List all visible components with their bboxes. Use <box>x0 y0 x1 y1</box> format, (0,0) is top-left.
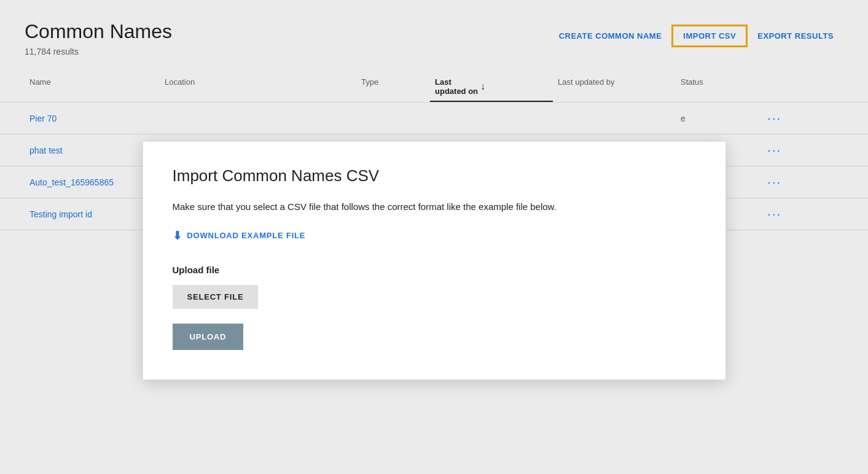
modal-description: Make sure that you select a CSV file tha… <box>173 200 696 214</box>
import-csv-modal: Import Common Names CSV Make sure that y… <box>143 141 726 380</box>
download-example-file-link[interactable]: ⬇ DOWNLOAD EXAMPLE FILE <box>173 229 306 243</box>
page-wrapper: Common Names 11,784 results CREATE COMMO… <box>0 0 868 474</box>
upload-button[interactable]: UPLOAD <box>173 324 244 350</box>
select-file-button[interactable]: SELECT FILE <box>173 285 259 309</box>
modal-overlay: Import Common Names CSV Make sure that y… <box>0 0 868 474</box>
upload-label: Upload file <box>173 265 696 275</box>
download-icon: ⬇ <box>173 229 182 243</box>
download-link-label: DOWNLOAD EXAMPLE FILE <box>187 231 305 240</box>
upload-section: Upload file SELECT FILE UPLOAD <box>173 265 696 350</box>
modal-title: Import Common Names CSV <box>173 166 696 185</box>
